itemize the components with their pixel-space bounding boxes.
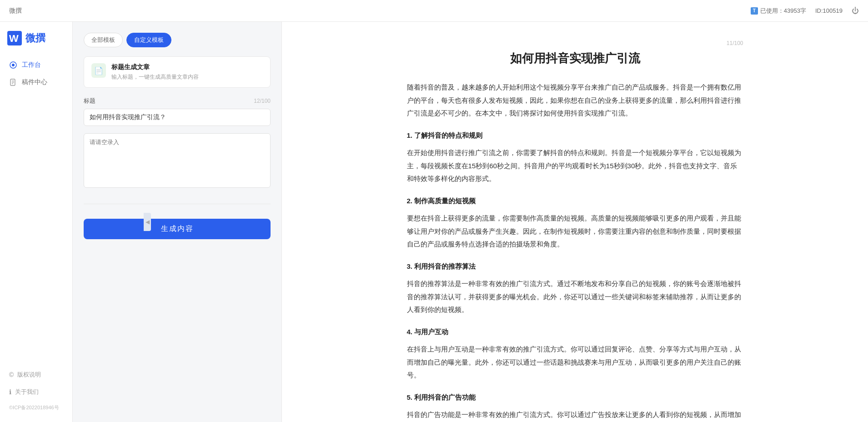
left-panel: 全部模板 自定义模板 📄 标题生成文章 输入标题，一键生成高质量文章内容 标题 …	[73, 22, 282, 422]
tab-all[interactable]: 全部模板	[84, 33, 123, 47]
grid-icon	[9, 61, 17, 69]
article-title: 如何用抖音实现推广引流	[407, 50, 743, 66]
template-tabs: 全部模板 自定义模板	[84, 33, 271, 47]
section-paragraph-6: 抖音的推荐算法是一种非常有效的推广引流方式。通过不断地发布和分享自己的短视频，你…	[407, 277, 743, 316]
card-desc: 输入标题，一键生成高质量文章内容	[111, 73, 199, 81]
usage-icon: T	[751, 7, 758, 15]
section-paragraph-2: 在开始使用抖音进行推广引流之前，你需要了解抖音的特点和规则。抖音是一个短视频分享…	[407, 146, 743, 186]
usage-label: 已使用：43953字	[760, 7, 806, 15]
template-card-icon: 📄	[91, 63, 106, 78]
copyright-item[interactable]: © 版权说明	[7, 368, 65, 382]
drafts-label: 稿件中心	[22, 78, 47, 86]
doc-icon: 📄	[94, 66, 103, 75]
sidebar-logo: W 微撰	[0, 31, 72, 56]
content-area: 全部模板 自定义模板 📄 标题生成文章 输入标题，一键生成高质量文章内容 标题 …	[73, 22, 868, 422]
svg-text:W: W	[9, 33, 19, 44]
section-paragraph-8: 在抖音上与用户互动是一种非常有效的推广引流方式。你可以通过回复评论、点赞、分享等…	[407, 343, 743, 382]
sidebar-bottom: © 版权说明 ℹ 关于我们 ©ICP备2022018946号	[0, 368, 72, 413]
usage-info: T 已使用：43953字	[751, 7, 806, 15]
sidebar-item-drafts[interactable]: 稿件中心	[0, 74, 72, 91]
card-title: 标题生成文章	[111, 63, 199, 71]
tab-custom[interactable]: 自定义模板	[126, 33, 171, 47]
section-heading-1: 1. 了解抖音的特点和规则	[407, 129, 743, 142]
template-card[interactable]: 📄 标题生成文章 输入标题，一键生成高质量文章内容	[84, 56, 271, 88]
char-count: 12/100	[254, 98, 271, 104]
sidebar-toggle[interactable]: ◀	[144, 213, 151, 231]
workbench-label: 工作台	[22, 61, 41, 69]
section-paragraph-4: 要想在抖音上获得更多的流量，你需要制作高质量的短视频。高质量的短视频能够吸引更多…	[407, 212, 743, 251]
template-card-info: 标题生成文章 输入标题，一键生成高质量文章内容	[111, 63, 199, 81]
title-input[interactable]	[84, 109, 271, 126]
section-paragraph-10: 抖音的广告功能是一种非常有效的推广引流方式。你可以通过广告投放来让更多的人看到你…	[407, 408, 743, 422]
info-icon: ℹ	[9, 388, 11, 396]
page-counter: 11/100	[407, 40, 743, 46]
section-heading-7: 4. 与用户互动	[407, 326, 743, 339]
form-title-section: 标题 12/100	[84, 97, 271, 126]
main-layout: W 微撰 工作台	[0, 22, 868, 422]
about-item[interactable]: ℹ 关于我们	[7, 385, 65, 399]
id-label: ID:100519	[815, 7, 843, 14]
icp-text: ©ICP备2022018946号	[7, 402, 65, 413]
article-container: 11/100 如何用抖音实现推广引流 随着抖音的普及，越来越多的人开始利用这个短…	[380, 22, 771, 422]
generate-btn[interactable]: 生成内容	[84, 219, 271, 239]
form-title-label: 标题 12/100	[84, 97, 271, 105]
sidebar-item-workbench[interactable]: 工作台	[0, 56, 72, 74]
section-heading-3: 2. 制作高质量的短视频	[407, 195, 743, 208]
topbar-right: T 已使用：43953字 ID:100519 ⏻	[751, 7, 859, 15]
sidebar: W 微撰 工作台	[0, 22, 73, 422]
form-content-section	[84, 133, 271, 189]
right-panel: 11/100 如何用抖音实现推广引流 随着抖音的普及，越来越多的人开始利用这个短…	[282, 22, 868, 422]
content-textarea[interactable]	[84, 133, 271, 188]
form-divider	[84, 204, 271, 204]
power-icon[interactable]: ⏻	[852, 7, 859, 15]
article-body: 随着抖音的普及，越来越多的人开始利用这个短视频分享平台来推广自己的产品或服务。抖…	[407, 81, 743, 422]
brand-name: 微撰	[25, 31, 45, 45]
file-icon	[9, 78, 17, 86]
generate-btn-wrap: 生成内容	[84, 211, 271, 250]
section-paragraph-0: 随着抖音的普及，越来越多的人开始利用这个短视频分享平台来推广自己的产品或服务。抖…	[407, 81, 743, 120]
topbar: 微撰 T 已使用：43953字 ID:100519 ⏻	[0, 0, 868, 22]
section-heading-5: 3. 利用抖音的推荐算法	[407, 260, 743, 273]
svg-point-3	[12, 64, 15, 66]
logo-w-icon: W	[7, 31, 22, 45]
section-heading-9: 5. 利用抖音的广告功能	[407, 391, 743, 404]
copyright-icon: ©	[9, 371, 14, 378]
topbar-title: 微撰	[9, 7, 22, 15]
sidebar-nav: 工作台 稿件中心	[0, 56, 72, 91]
